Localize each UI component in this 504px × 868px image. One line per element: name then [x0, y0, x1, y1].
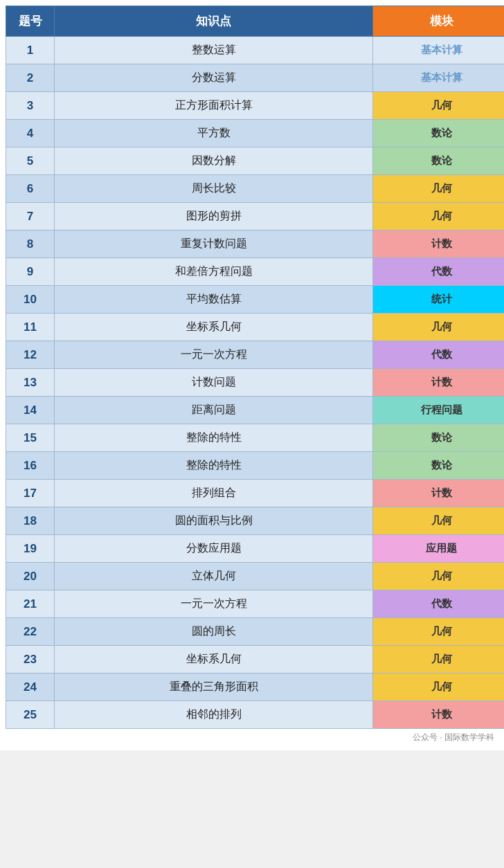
row-knowledge: 立体几何 — [55, 563, 373, 590]
row-number: 16 — [6, 452, 55, 480]
table-row: 14距离问题行程问题 — [6, 397, 505, 424]
row-knowledge: 重叠的三角形面积 — [55, 673, 373, 701]
watermark: 公众号 · 国际数学学科 — [6, 729, 498, 745]
table-row: 22圆的周长几何 — [6, 618, 505, 646]
row-number: 6 — [6, 175, 55, 203]
table-row: 1整数运算基本计算 — [6, 37, 505, 64]
row-module: 数论 — [373, 424, 505, 452]
table-row: 25相邻的排列计数 — [6, 701, 505, 729]
row-knowledge: 分数运算 — [55, 64, 373, 92]
table-row: 4平方数数论 — [6, 120, 505, 147]
row-knowledge: 因数分解 — [55, 147, 373, 175]
row-number: 2 — [6, 64, 55, 92]
table-row: 20立体几何几何 — [6, 563, 505, 590]
row-module: 几何 — [373, 92, 505, 120]
row-module: 几何 — [373, 646, 505, 673]
row-knowledge: 整除的特性 — [55, 452, 373, 480]
row-number: 12 — [6, 341, 55, 369]
row-knowledge: 圆的周长 — [55, 618, 373, 646]
row-number: 17 — [6, 480, 55, 507]
row-number: 21 — [6, 590, 55, 618]
header-num: 题号 — [6, 6, 55, 37]
row-module: 计数 — [373, 369, 505, 397]
table-header-row: 题号 知识点 模块 — [6, 6, 505, 37]
row-number: 13 — [6, 369, 55, 397]
header-knowledge: 知识点 — [55, 6, 373, 37]
table-row: 21一元一次方程代数 — [6, 590, 505, 618]
row-number: 22 — [6, 618, 55, 646]
row-module: 计数 — [373, 701, 505, 729]
row-number: 1 — [6, 37, 55, 64]
row-knowledge: 平方数 — [55, 120, 373, 147]
row-knowledge: 整数运算 — [55, 37, 373, 64]
row-knowledge: 整除的特性 — [55, 424, 373, 452]
table-row: 8重复计数问题计数 — [6, 230, 505, 258]
row-module: 几何 — [373, 618, 505, 646]
row-knowledge: 重复计数问题 — [55, 230, 373, 258]
table-row: 23坐标系几何几何 — [6, 646, 505, 673]
row-number: 7 — [6, 203, 55, 230]
row-module: 应用题 — [373, 535, 505, 563]
table-row: 10平均数估算统计 — [6, 286, 505, 314]
row-module: 统计 — [373, 286, 505, 314]
table-row: 5因数分解数论 — [6, 147, 505, 175]
row-number: 8 — [6, 230, 55, 258]
row-module: 几何 — [373, 673, 505, 701]
main-container: 题号 知识点 模块 1整数运算基本计算2分数运算基本计算3正方形面积计算几何4平… — [0, 0, 504, 750]
table-row: 6周长比较几何 — [6, 175, 505, 203]
table-row: 9和差倍方程问题代数 — [6, 258, 505, 286]
row-module: 数论 — [373, 452, 505, 480]
row-knowledge: 周长比较 — [55, 175, 373, 203]
row-knowledge: 距离问题 — [55, 397, 373, 424]
row-number: 3 — [6, 92, 55, 120]
row-knowledge: 计数问题 — [55, 369, 373, 397]
row-module: 几何 — [373, 563, 505, 590]
row-number: 4 — [6, 120, 55, 147]
row-module: 代数 — [373, 341, 505, 369]
row-knowledge: 圆的面积与比例 — [55, 507, 373, 535]
table-row: 18圆的面积与比例几何 — [6, 507, 505, 535]
row-number: 24 — [6, 673, 55, 701]
table-row: 19分数应用题应用题 — [6, 535, 505, 563]
table-row: 3正方形面积计算几何 — [6, 92, 505, 120]
row-module: 几何 — [373, 507, 505, 535]
row-module: 几何 — [373, 175, 505, 203]
row-knowledge: 正方形面积计算 — [55, 92, 373, 120]
row-module: 数论 — [373, 120, 505, 147]
row-knowledge: 一元一次方程 — [55, 341, 373, 369]
table-row: 11坐标系几何几何 — [6, 314, 505, 341]
row-knowledge: 排列组合 — [55, 480, 373, 507]
row-number: 23 — [6, 646, 55, 673]
row-number: 10 — [6, 286, 55, 314]
row-number: 14 — [6, 397, 55, 424]
row-knowledge: 和差倍方程问题 — [55, 258, 373, 286]
table-row: 7图形的剪拼几何 — [6, 203, 505, 230]
table-row: 16整除的特性数论 — [6, 452, 505, 480]
row-module: 计数 — [373, 230, 505, 258]
row-number: 9 — [6, 258, 55, 286]
table-row: 13计数问题计数 — [6, 369, 505, 397]
table-row: 2分数运算基本计算 — [6, 64, 505, 92]
table-row: 15整除的特性数论 — [6, 424, 505, 452]
row-module: 基本计算 — [373, 37, 505, 64]
table-row: 17排列组合计数 — [6, 480, 505, 507]
row-number: 19 — [6, 535, 55, 563]
header-module: 模块 — [373, 6, 505, 37]
table-body: 1整数运算基本计算2分数运算基本计算3正方形面积计算几何4平方数数论5因数分解数… — [6, 37, 505, 729]
row-module: 几何 — [373, 203, 505, 230]
row-number: 5 — [6, 147, 55, 175]
row-module: 几何 — [373, 314, 505, 341]
row-knowledge: 坐标系几何 — [55, 646, 373, 673]
row-knowledge: 坐标系几何 — [55, 314, 373, 341]
row-knowledge: 图形的剪拼 — [55, 203, 373, 230]
row-number: 11 — [6, 314, 55, 341]
table-row: 12一元一次方程代数 — [6, 341, 505, 369]
row-knowledge: 一元一次方程 — [55, 590, 373, 618]
knowledge-table: 题号 知识点 模块 1整数运算基本计算2分数运算基本计算3正方形面积计算几何4平… — [6, 6, 504, 729]
row-module: 行程问题 — [373, 397, 505, 424]
row-module: 基本计算 — [373, 64, 505, 92]
row-knowledge: 平均数估算 — [55, 286, 373, 314]
row-knowledge: 分数应用题 — [55, 535, 373, 563]
row-number: 20 — [6, 563, 55, 590]
row-module: 数论 — [373, 147, 505, 175]
